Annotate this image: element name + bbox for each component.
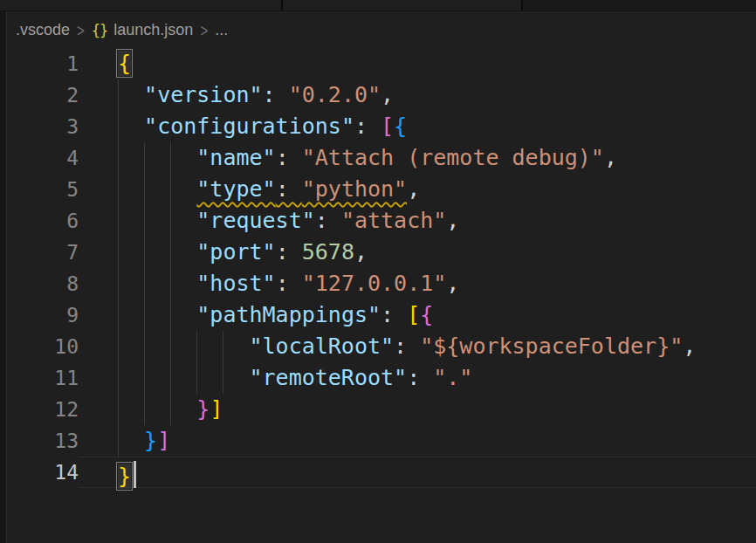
code-token — [118, 425, 144, 457]
code-token: : — [276, 271, 302, 296]
code-line[interactable]: 12 }] — [8, 394, 756, 425]
code-line[interactable]: 6 "request": "attach", — [8, 205, 756, 237]
code-token — [118, 205, 196, 237]
chevron-right-icon: > — [77, 20, 85, 41]
code-line[interactable]: 2 "version": "0.2.0", — [8, 79, 756, 111]
code-line[interactable]: 9 "pathMappings": [{ — [8, 299, 756, 331]
line-content[interactable]: "host": "127.0.0.1", — [79, 268, 756, 299]
code-token: "type" — [196, 176, 275, 202]
code-token: "Attach (remote debug)" — [302, 145, 604, 170]
line-content[interactable]: "pathMappings": [{ — [79, 299, 756, 331]
code-token — [118, 268, 196, 299]
line-number: 10 — [8, 331, 79, 362]
code-token: , — [446, 208, 459, 233]
line-number: 8 — [8, 268, 79, 299]
line-content[interactable]: "remoteRoot": "." — [79, 362, 756, 394]
line-number: 2 — [8, 79, 79, 111]
line-content[interactable]: }] — [79, 425, 756, 457]
code-token: "request" — [196, 208, 314, 233]
line-number: 1 — [8, 48, 79, 79]
line-number: 14 — [8, 457, 79, 488]
code-line[interactable]: 1{ — [8, 48, 756, 79]
line-content[interactable]: { — [79, 48, 756, 79]
line-number: 9 — [8, 299, 79, 331]
code-token: : — [381, 302, 407, 327]
code-token: ] — [157, 428, 170, 453]
code-token: "${workspaceFolder}" — [420, 333, 683, 359]
code-token — [118, 362, 250, 394]
code-token: : — [394, 333, 420, 359]
breadcrumb: .vscode > {} launch.json > ... — [8, 12, 756, 48]
code-line[interactable]: 5 "type": "python", — [8, 174, 756, 205]
code-line[interactable]: 8 "host": "127.0.0.1", — [8, 268, 756, 299]
code-token: } — [196, 396, 210, 422]
line-content[interactable]: } — [79, 457, 756, 488]
code-token: "attach" — [341, 208, 446, 233]
breadcrumb-item-folder[interactable]: .vscode — [16, 21, 70, 39]
code-token: "python" — [302, 176, 407, 202]
code-token: , — [446, 271, 459, 296]
line-content[interactable]: "port": 5678, — [79, 237, 756, 268]
code-token: , — [407, 176, 420, 202]
breadcrumb-item-symbol[interactable]: ... — [215, 21, 228, 39]
code-token: : — [263, 82, 289, 107]
line-content[interactable]: "name": "Attach (remote debug)", — [79, 142, 756, 174]
line-number: 11 — [8, 362, 79, 394]
code-token: : — [407, 365, 433, 390]
code-token: "127.0.0.1" — [302, 271, 447, 296]
code-token: "." — [433, 365, 472, 390]
code-line[interactable]: 7 "port": 5678, — [8, 237, 756, 268]
code-token — [118, 142, 196, 174]
editor-tab[interactable] — [0, 0, 283, 10]
json-file-icon: {} — [92, 22, 107, 39]
code-token: } — [144, 428, 157, 453]
code-token: "0.2.0" — [289, 82, 381, 107]
line-content[interactable]: "configurations": [{ — [79, 111, 756, 142]
code-token: : — [354, 113, 381, 139]
code-token: ] — [210, 396, 223, 422]
code-token: [ — [407, 302, 420, 327]
code-token: "localRoot" — [250, 333, 395, 359]
line-number: 3 — [8, 111, 79, 142]
code-token: "host" — [196, 271, 275, 296]
code-token: : — [276, 176, 302, 202]
line-content[interactable]: "localRoot": "${workspaceFolder}", — [79, 331, 756, 362]
code-token: "remoteRoot" — [250, 365, 408, 390]
code-token: "name" — [196, 145, 275, 170]
code-token: { — [394, 113, 407, 139]
line-content[interactable]: }] — [79, 394, 756, 425]
code-line[interactable]: 11 "remoteRoot": "." — [8, 362, 756, 394]
code-token: "port" — [196, 239, 275, 265]
code-line[interactable]: 13 }] — [8, 425, 756, 457]
bracket-match-highlight: { — [118, 51, 131, 76]
code-token: "pathMappings" — [196, 302, 381, 327]
code-token: : — [315, 208, 341, 233]
bracket-match-highlight: } — [118, 464, 131, 489]
breadcrumb-item-file[interactable]: launch.json — [113, 21, 193, 39]
line-number: 6 — [8, 205, 79, 237]
chevron-right-icon: > — [200, 20, 208, 41]
editor-group-sash[interactable] — [0, 0, 7, 543]
code-editor[interactable]: 1{2 "version": "0.2.0",3 "configurations… — [8, 48, 756, 543]
code-token: , — [683, 333, 696, 359]
code-token: "configurations" — [144, 113, 354, 139]
code-token: : — [276, 145, 302, 170]
line-content[interactable]: "request": "attach", — [79, 205, 756, 237]
code-token — [118, 174, 196, 205]
code-line[interactable]: 3 "configurations": [{ — [8, 111, 756, 142]
tab-bar-empty-space — [523, 0, 756, 10]
code-token: [ — [381, 113, 394, 139]
code-line[interactable]: 14} — [8, 457, 756, 488]
code-token: , — [354, 239, 368, 265]
code-token: , — [381, 82, 394, 107]
text-cursor — [134, 461, 136, 488]
editor-tab[interactable] — [283, 0, 523, 10]
code-token: : — [276, 239, 302, 265]
code-token: "version" — [144, 82, 262, 107]
code-line[interactable]: 4 "name": "Attach (remote debug)", — [8, 142, 756, 174]
code-token: { — [420, 302, 433, 327]
line-content[interactable]: "version": "0.2.0", — [79, 79, 756, 111]
line-content[interactable]: "type": "python", — [79, 174, 756, 205]
code-line[interactable]: 10 "localRoot": "${workspaceFolder}", — [8, 331, 756, 362]
code-token — [118, 331, 250, 362]
